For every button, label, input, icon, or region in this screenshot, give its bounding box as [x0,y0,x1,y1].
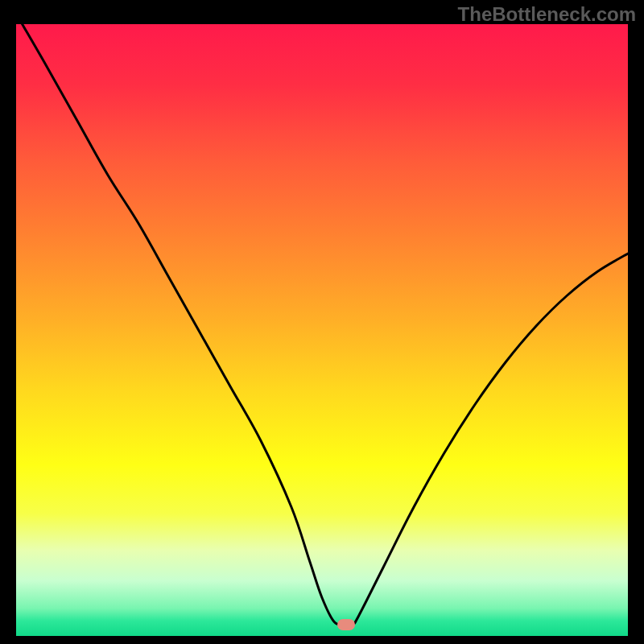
bottleneck-curve [16,24,628,628]
chart-frame: TheBottleneck.com [0,0,644,644]
plot-area [16,24,628,628]
watermark-text: TheBottleneck.com [458,3,636,26]
optimal-point-marker [337,619,355,630]
